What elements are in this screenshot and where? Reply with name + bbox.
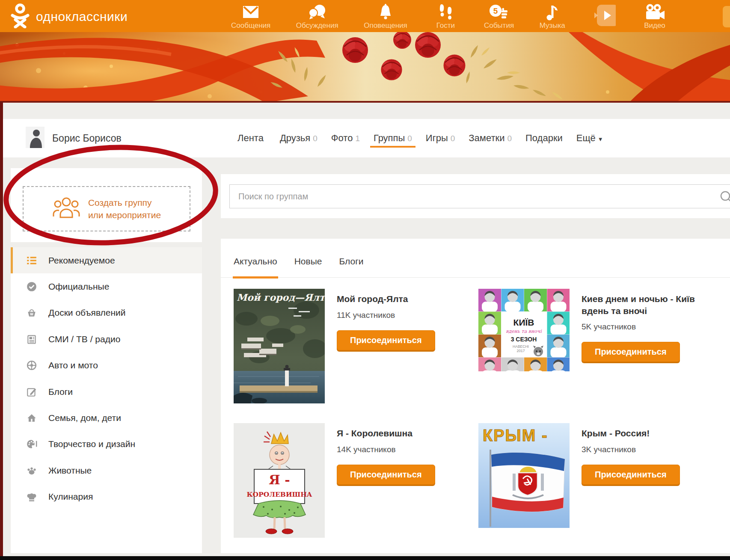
svg-text:НАВЕСНІ: НАВЕСНІ	[513, 344, 529, 349]
chat-bubbles-icon	[308, 3, 326, 21]
group-info: Я - Королевишна 14K участников Присоедин…	[337, 423, 435, 538]
group-title[interactable]: Крым - Россия!	[582, 427, 680, 439]
nav-label: Музыка	[540, 21, 565, 30]
nav-label: Гости	[436, 21, 455, 30]
tab-photos[interactable]: Фото1	[331, 133, 360, 144]
top-navbar: одноклассники Сообщения Обсуждения	[0, 0, 730, 32]
tab-groups[interactable]: Группы0	[374, 133, 412, 144]
sidebar-item-auto[interactable]: Авто и мото	[11, 353, 202, 379]
group-card: Мой город—Ялта Мой город-Ялта 11K участн…	[234, 289, 478, 403]
nav-item-video[interactable]: Видео	[642, 0, 668, 32]
nav-label: Видео	[644, 21, 665, 30]
svg-text:КРЫМ -: КРЫМ -	[483, 427, 548, 444]
tab-new[interactable]: Новые	[294, 256, 322, 277]
avatar[interactable]	[26, 127, 45, 148]
sidebar-item-official[interactable]: Официальные	[11, 273, 202, 299]
svg-text:КИЇВ: КИЇВ	[513, 317, 534, 327]
group-members: 14K участников	[337, 445, 435, 454]
svg-text:Мой город—Ялта: Мой город—Ялта	[237, 292, 325, 303]
music-note-icon	[545, 3, 560, 21]
tab-games[interactable]: Игры0	[426, 133, 455, 144]
create-group-panel: Создать группу или мероприятие	[11, 168, 202, 242]
nav-item-music[interactable]: Музыка	[540, 0, 565, 32]
music-player-widget[interactable]	[591, 0, 616, 32]
join-button[interactable]: Присоединиться	[582, 342, 680, 362]
pencil-square-icon	[26, 386, 37, 397]
tab-more[interactable]: Ещё▼	[576, 133, 603, 144]
nav-item-messages[interactable]: Сообщения	[231, 0, 270, 32]
group-title[interactable]: Мой город-Ялта	[337, 293, 435, 305]
group-members: 11K участников	[337, 311, 435, 320]
sidebar-item-blogs[interactable]: Блоги	[11, 379, 202, 405]
svg-text:Я -: Я -	[269, 472, 290, 487]
search-panel	[221, 174, 730, 218]
nav-item-events[interactable]: 5 События	[484, 0, 514, 32]
svg-text:КОРОЛЕВИШНА: КОРОЛЕВИШНА	[247, 490, 312, 498]
nav-label: Обсуждения	[296, 21, 338, 30]
join-button[interactable]: Присоединиться	[337, 330, 435, 350]
nav-item-guests[interactable]: Гости	[433, 0, 458, 32]
play-icon	[591, 3, 616, 28]
search-icon[interactable]	[720, 190, 730, 203]
svg-text:2017: 2017	[517, 349, 525, 353]
home-icon	[26, 412, 37, 424]
create-group-label: Создать группу или мероприятие	[88, 196, 161, 221]
page: одноклассники Сообщения Обсуждения	[0, 0, 730, 560]
palette-icon	[26, 439, 37, 450]
paw-icon	[26, 465, 37, 476]
navbar-items: Сообщения Обсуждения	[231, 0, 668, 32]
screenshot-bottom-edge	[0, 556, 730, 560]
sidebar-item-classifieds[interactable]: Доски объявлений	[11, 300, 202, 326]
nav-item-notifications[interactable]: Оповещения	[364, 0, 407, 32]
group-title[interactable]: Я - Королевишна	[337, 427, 435, 439]
basket-icon	[26, 307, 37, 318]
chevron-down-icon: ▼	[598, 136, 603, 142]
sidebar-item-art[interactable]: Творчество и дизайн	[11, 431, 202, 457]
group-thumbnail-yalta[interactable]: Мой город—Ялта	[234, 289, 325, 403]
join-button[interactable]: Присоединиться	[582, 465, 680, 485]
sidebar-item-media[interactable]: СМИ / ТВ / радио	[11, 326, 202, 352]
profile-name[interactable]: Борис Борисов	[52, 133, 122, 144]
tab-feed[interactable]: Лента	[237, 133, 266, 144]
video-camera-icon	[644, 3, 666, 21]
newspaper-icon	[26, 334, 37, 345]
ok-man-icon	[10, 3, 30, 30]
screenshot-left-edge	[0, 102, 3, 560]
envelope-icon	[242, 3, 260, 21]
group-thumbnail-crimea[interactable]: КРЫМ -	[478, 423, 570, 528]
sidebar-item-family[interactable]: Семья, дом, дети	[11, 405, 202, 431]
group-card: КИЇВ вдень та вночі 3 СЕЗОН НАВЕСНІ 2017	[478, 289, 730, 403]
tab-notes[interactable]: Заметки0	[469, 133, 512, 144]
tab-friends[interactable]: Друзья0	[280, 133, 318, 144]
group-card: Я - КОРОЛЕВИШНА Я - Коро	[234, 423, 478, 538]
svg-text:5: 5	[493, 6, 498, 15]
nav-label: События	[484, 21, 514, 30]
group-thumbnail-kyiv[interactable]: КИЇВ вдень та вночі 3 СЕЗОН НАВЕСНІ 2017	[478, 289, 570, 371]
create-group-button[interactable]: Создать группу или мероприятие	[23, 186, 190, 231]
footprints-icon	[438, 3, 453, 21]
sidebar-item-cooking[interactable]: Кулинария	[11, 484, 202, 510]
group-thumbnail-korolevishna[interactable]: Я - КОРОЛЕВИШНА	[234, 423, 325, 538]
nav-label: Оповещения	[364, 21, 407, 30]
profile-band: Борис Борисов Лента Друзья0 Фото1 Группы…	[0, 119, 730, 157]
group-card: КРЫМ - Крым - Россия! 3K участнико	[478, 423, 730, 538]
group-info: Крым - Россия! 3K участников Присоединит…	[582, 423, 680, 538]
tab-gifts[interactable]: Подарки	[525, 133, 563, 144]
tab-blogs[interactable]: Блоги	[339, 256, 363, 277]
nav-item-discussions[interactable]: Обсуждения	[296, 0, 338, 32]
group-title[interactable]: Киев днем и ночью - Київ вдень та вночі	[582, 293, 710, 317]
group-people-icon	[52, 197, 80, 221]
bell-icon	[377, 3, 394, 21]
ok-logo[interactable]: одноклассники	[10, 3, 128, 30]
svg-text:3 СЕЗОН: 3 СЕЗОН	[511, 336, 537, 343]
sidebar-item-animals[interactable]: Животные	[11, 457, 202, 483]
tab-actual[interactable]: Актуально	[234, 256, 277, 277]
group-members: 3K участников	[582, 445, 680, 454]
join-button[interactable]: Присоединиться	[337, 465, 435, 485]
sidebar-item-recommended[interactable]: Рекомендуемое	[11, 247, 202, 273]
group-info: Киев днем и ночью - Київ вдень та вночі …	[582, 289, 710, 403]
list-icon	[26, 255, 37, 266]
corner-widget[interactable]	[723, 6, 730, 27]
search-input[interactable]	[229, 184, 730, 208]
group-cards: Мой город—Ялта Мой город-Ялта 11K участн…	[221, 278, 730, 538]
